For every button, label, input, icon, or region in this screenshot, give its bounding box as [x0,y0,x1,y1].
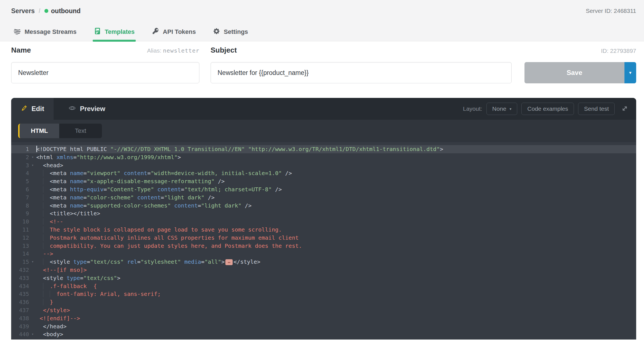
tab-templates[interactable]: Templates [94,27,135,37]
code-examples-button[interactable]: Code examples [521,103,574,115]
line-number: 2 [11,153,29,161]
fold-gutter [29,306,36,314]
save-button[interactable]: Save [524,62,624,83]
code-text: Postmark automatically inlines all CSS p… [36,234,299,242]
line-number: 7 [11,194,29,202]
line-number: 13 [11,242,29,250]
fold-arrow-icon[interactable]: ▾ [29,153,36,161]
code-line[interactable]: 11 The style block is collapsed on page … [11,226,636,234]
tab-api-tokens[interactable]: API Tokens [152,27,196,37]
fold-gutter [29,290,36,298]
line-number: 435 [11,290,29,298]
code-line[interactable]: 15▾ <style type="text/css" rel="styleshe… [11,258,636,266]
streams-icon [13,27,21,37]
code-line[interactable]: 8 <meta name="supported-color-schemes" c… [11,202,636,210]
code-line[interactable]: 13 compatibility. You can just update st… [11,242,636,250]
code-line[interactable]: 434 .f-fallback { [11,282,636,290]
line-number: 1 [11,145,29,153]
fold-gutter [29,298,36,306]
code-line[interactable]: 4 <meta name="viewport" content="width=d… [11,169,636,177]
fold-gutter [29,250,36,258]
code-line[interactable]: 440▾ <body> [11,330,636,338]
code-line[interactable]: 10 <!-- [11,218,636,226]
line-number: 433 [11,274,29,282]
fold-gutter [29,282,36,290]
code-text: <!--[if mso]> [36,266,87,274]
line-number: 4 [11,169,29,177]
breadcrumb: Servers / outbound Server ID: 2468311 [0,0,644,16]
save-dropdown-button[interactable]: ▼ [624,62,636,83]
code-line[interactable]: 3▾ <head> [11,161,636,169]
expand-icon [620,104,629,114]
template-name-input[interactable] [11,62,199,83]
fold-gutter [29,145,36,153]
breadcrumb-servers-link[interactable]: Servers [11,7,35,15]
tab-preview[interactable]: Preview [54,98,120,120]
code-line[interactable]: 5 <meta name="x-apple-disable-message-re… [11,177,636,185]
code-line[interactable]: 439 </head> [11,322,636,331]
active-tab-underline [93,40,136,42]
template-form: Name Alias: newsletter Subject ID: 22793… [0,41,644,83]
tab-message-streams[interactable]: Message Streams [13,27,77,37]
code-text: <title></title> [36,209,100,218]
code-line[interactable]: 6 <meta http-equiv="Content-Type" conten… [11,185,636,194]
code-text: </style> [36,306,70,314]
code-line[interactable]: 9 <title></title> [11,209,636,218]
code-text: <html xmlns="http://www.w3.org/1999/xhtm… [36,153,181,161]
alias-value: newsletter [163,47,199,54]
code-line[interactable]: 12 Postmark automatically inlines all CS… [11,234,636,242]
code-line[interactable]: 2▾<html xmlns="http://www.w3.org/1999/xh… [11,153,636,161]
layout-select[interactable]: None ▾ [486,103,517,115]
tab-label: Templates [105,28,135,36]
tab-edit[interactable]: Edit [11,98,54,120]
tab-settings[interactable]: Settings [213,27,248,37]
code-text: } [36,298,53,306]
editor-mode-strip: HTML Text [11,120,636,142]
template-subject-input[interactable] [211,62,512,83]
collapsed-style-widget[interactable]: ↔ [225,259,233,265]
line-number: 11 [11,226,29,234]
code-line[interactable]: 438 <![endif]--> [11,314,636,322]
chevron-down-icon: ▼ [628,70,632,75]
code-text: <head> [36,161,63,169]
fold-gutter [29,226,36,234]
code-line[interactable]: 1<!DOCTYPE html PUBLIC "-//W3C//DTD XHTM… [11,145,636,153]
code-line[interactable]: 436 } [11,298,636,306]
template-icon [94,27,101,36]
breadcrumb-current-server[interactable]: outbound [51,7,81,15]
line-number: 436 [11,298,29,306]
fold-gutter [29,194,36,202]
code-line[interactable]: 433 <style type="text/css"> [11,274,636,282]
line-number: 437 [11,306,29,314]
key-icon [152,27,159,36]
fold-arrow-icon[interactable]: ▾ [29,258,36,266]
mode-tab-text[interactable]: Text [59,124,102,138]
line-number: 440 [11,330,29,338]
code-line[interactable]: 437 </style> [11,306,636,314]
line-number: 439 [11,322,29,331]
code-text: <!DOCTYPE html PUBLIC "-//W3C//DTD XHTML… [36,145,443,153]
code-line[interactable]: 435 font-family: Arial, sans-serif; [11,290,636,298]
server-status-dot [44,9,48,13]
code-area[interactable]: 1<!DOCTYPE html PUBLIC "-//W3C//DTD XHTM… [11,142,636,338]
tab-label: Settings [224,28,248,36]
fold-arrow-icon[interactable]: ▾ [29,161,36,169]
mode-tab-html[interactable]: HTML [18,124,59,138]
tab-edit-label: Edit [32,105,44,113]
code-line[interactable]: 14 --> [11,250,636,258]
template-id-text: ID: 22793897 [524,46,636,62]
layout-label: Layout: [463,105,482,112]
eye-icon [68,104,76,114]
code-text: <![endif]--> [36,314,80,322]
gear-icon [213,28,220,36]
code-line[interactable]: 7 <meta name="color-scheme" content="lig… [11,194,636,202]
send-test-button[interactable]: Send test [578,103,615,115]
html-text-toggle: HTML Text [18,124,102,138]
code-text: <meta name="color-scheme" content="light… [36,194,214,202]
tab-preview-label: Preview [80,105,105,113]
code-text: <meta name="viewport" content="width=dev… [36,169,292,177]
breadcrumb-separator: / [39,7,40,15]
code-line[interactable]: 432 <!--[if mso]> [11,266,636,274]
fold-arrow-icon[interactable]: ▾ [29,330,36,338]
fullscreen-expand-button[interactable] [620,104,629,114]
